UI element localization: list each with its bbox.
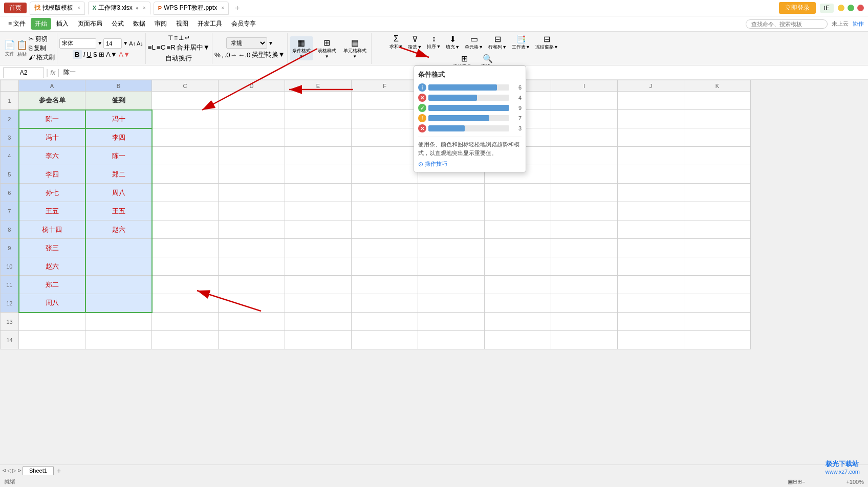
cell-F6[interactable] [352,184,418,202]
cell-A14[interactable] [19,331,85,349]
sheet-nav-first[interactable]: ⊲ [2,468,6,473]
paste-btn[interactable]: 📋 粘贴 [16,39,28,58]
cell-H11[interactable] [485,276,551,294]
conditional-format-btn[interactable]: ▦ 条件格式 ▼ [290,36,313,60]
menu-view[interactable]: 视图 [172,18,192,30]
cell-K7[interactable] [684,202,751,220]
cell-E13[interactable] [285,313,352,331]
cell-G10[interactable] [418,257,485,276]
cell-F5[interactable] [352,165,418,184]
cell-C10[interactable] [152,257,219,276]
file-btn[interactable]: 📄 文件 [4,39,15,57]
format-brush-btn[interactable]: 🖌 格式刷 [29,53,55,62]
type-convert-btn[interactable]: 类型转换▼ [252,50,285,59]
cell-E14[interactable] [285,331,352,349]
cell-G14[interactable] [418,331,485,349]
comma-btn[interactable]: , [222,50,224,59]
row-header-12[interactable]: 12 [1,294,19,313]
auto-wrap-btn[interactable]: 自动换行 [165,54,192,63]
tab-template-close[interactable]: × [77,5,80,11]
popup-link[interactable]: ⊙ 操作技巧 [418,160,522,168]
bold-btn[interactable]: B [73,50,82,59]
menu-review[interactable]: 审阅 [150,18,171,30]
font-grow-btn[interactable]: A↑ [129,40,136,47]
font-size-dropdown[interactable]: ▼ [123,40,128,46]
cell-E12[interactable] [285,294,352,313]
cell-A3[interactable]: 冯十 [19,128,85,147]
cell-F14[interactable] [352,331,418,349]
tab-excel-close[interactable]: × [143,5,146,11]
menu-insert[interactable]: 插入 [52,18,73,30]
sheet-tab-1[interactable]: Sheet1 [23,466,54,475]
row-header-8[interactable]: 8 [1,220,19,239]
cell-F8[interactable] [352,220,418,239]
tab-excel[interactable]: X 工作簿3.xlsx ● × [88,2,150,15]
tab-template[interactable]: 找 找模版模板 × [30,2,85,15]
font-shrink-btn[interactable]: A↓ [137,40,143,47]
cell-F9[interactable] [352,239,418,257]
cell-J3[interactable] [618,128,684,147]
font-name-dropdown[interactable]: ▼ [97,40,102,46]
cell-J9[interactable] [618,239,684,257]
cell-F10[interactable] [352,257,418,276]
row-header-14[interactable]: 14 [1,331,19,349]
row-header-9[interactable]: 9 [1,239,19,257]
menu-dev[interactable]: 开发工具 [193,18,226,30]
cell-B1[interactable]: 签到 [85,92,152,110]
col-header-I[interactable]: I [551,80,618,92]
menu-data[interactable]: 数据 [129,18,149,30]
decrease-decimal-btn[interactable]: ←.0 [238,50,250,59]
view-layout-btn[interactable]: ⊟ [793,478,797,485]
cell-B6[interactable]: 周八 [85,184,152,202]
close-button[interactable] [857,5,864,11]
cell-H10[interactable] [485,257,551,276]
wrap-btn[interactable]: ↵ [185,34,190,41]
cell-B10[interactable] [85,257,152,276]
cell-C13[interactable] [152,313,219,331]
cell-G6[interactable] [418,184,485,202]
font-size-input[interactable] [103,38,122,49]
copy-btn[interactable]: ⎘ 复制 [29,44,46,53]
cell-E8[interactable] [285,220,352,239]
cell-D1[interactable] [219,92,285,110]
cell-F7[interactable] [352,202,418,220]
cell-B11[interactable] [85,276,152,294]
row-header-11[interactable]: 11 [1,276,19,294]
conditional-format-popup[interactable]: 条件格式 i 6 ✕ 4 ✓ 9 ! [414,65,526,172]
cell-K3[interactable] [684,128,751,147]
format-dropdown[interactable]: ▼ [268,40,273,46]
cell-I12[interactable] [551,294,618,313]
cell-K2[interactable] [684,110,751,128]
cell-btn[interactable]: ▭ 单元格▼ [463,33,485,52]
cell-J10[interactable] [618,257,684,276]
cell-E2[interactable] [285,110,352,128]
cell-A4[interactable]: 李六 [19,147,85,165]
cell-J13[interactable] [618,313,684,331]
sheet-nav-next[interactable]: ▷ [12,468,16,473]
cell-E6[interactable] [285,184,352,202]
cell-J14[interactable] [618,331,684,349]
cell-B8[interactable]: 赵六 [85,220,152,239]
cell-K14[interactable] [684,331,751,349]
cell-H7[interactable] [485,202,551,220]
row-header-13[interactable]: 13 [1,313,19,331]
col-header-J[interactable]: J [618,80,684,92]
cell-E11[interactable] [285,276,352,294]
cell-D6[interactable] [219,184,285,202]
cell-J4[interactable] [618,147,684,165]
cell-I2[interactable] [551,110,618,128]
cell-I11[interactable] [551,276,618,294]
cell-E10[interactable] [285,257,352,276]
cell-C6[interactable] [152,184,219,202]
minimize-button[interactable] [838,5,844,11]
add-tab-button[interactable]: + [232,4,243,13]
cell-E3[interactable] [285,128,352,147]
cell-D2[interactable] [219,110,285,128]
align-center-btn[interactable]: ≡C [157,43,165,52]
cell-B12[interactable] [85,294,152,313]
cell-C8[interactable] [152,220,219,239]
cell-I13[interactable] [551,313,618,331]
italic-btn[interactable]: I [83,51,85,58]
search-input[interactable] [746,19,828,29]
cell-F3[interactable] [352,128,418,147]
